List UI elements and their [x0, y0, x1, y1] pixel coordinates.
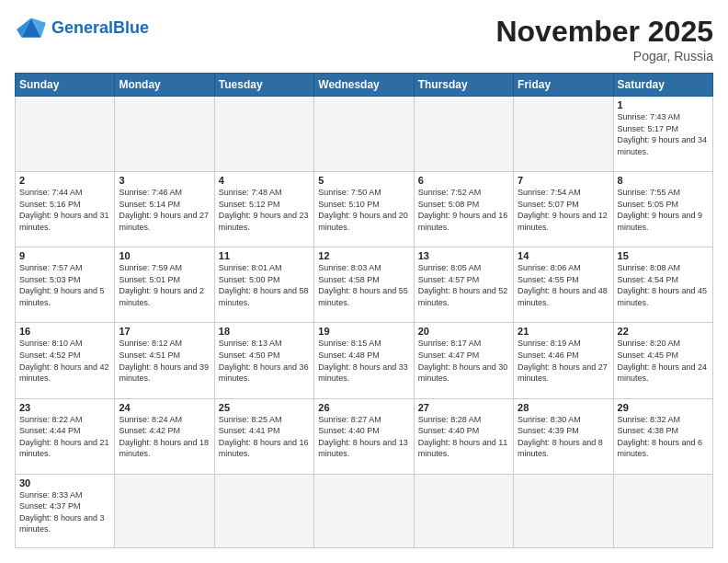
- day-2: 2 Sunrise: 7:44 AMSunset: 5:16 PMDayligh…: [16, 172, 115, 247]
- day-1: 1 Sunrise: 7:43 AM Sunset: 5:17 PM Dayli…: [613, 97, 712, 172]
- col-wednesday: Wednesday: [314, 74, 414, 97]
- sunset-label: Sunset:: [618, 124, 646, 133]
- week-row-3: 9 Sunrise: 7:57 AMSunset: 5:03 PMDayligh…: [16, 247, 713, 323]
- day-24: 24 Sunrise: 8:24 AMSunset: 4:42 PMDaylig…: [115, 398, 214, 474]
- week-row-1: 1 Sunrise: 7:43 AM Sunset: 5:17 PM Dayli…: [16, 97, 713, 172]
- day-25: 25 Sunrise: 8:25 AMSunset: 4:41 PMDaylig…: [214, 398, 313, 474]
- logo-icon: [15, 15, 48, 42]
- day-13: 13 Sunrise: 8:05 AMSunset: 4:57 PMDaylig…: [414, 247, 513, 323]
- month-title: November 2025: [495, 15, 713, 49]
- empty-cell: [314, 474, 414, 547]
- day-30: 30 Sunrise: 8:33 AMSunset: 4:37 PMDaylig…: [16, 474, 115, 547]
- col-sunday: Sunday: [16, 74, 115, 97]
- logo: GeneralBlue: [15, 15, 149, 42]
- day-5: 5 Sunrise: 7:50 AMSunset: 5:10 PMDayligh…: [314, 172, 414, 247]
- week-row-2: 2 Sunrise: 7:44 AMSunset: 5:16 PMDayligh…: [16, 172, 713, 247]
- empty-cell: [214, 97, 313, 172]
- calendar-table: Sunday Monday Tuesday Wednesday Thursday…: [15, 73, 713, 548]
- day-20: 20 Sunrise: 8:17 AMSunset: 4:47 PMDaylig…: [414, 323, 513, 398]
- day-26: 26 Sunrise: 8:27 AMSunset: 4:40 PMDaylig…: [314, 398, 414, 474]
- empty-cell: [314, 97, 414, 172]
- empty-cell: [115, 474, 214, 547]
- week-row-6: 30 Sunrise: 8:33 AMSunset: 4:37 PMDaylig…: [16, 474, 713, 547]
- col-saturday: Saturday: [613, 74, 712, 97]
- col-monday: Monday: [115, 74, 214, 97]
- day-15: 15 Sunrise: 8:08 AMSunset: 4:54 PMDaylig…: [613, 247, 712, 323]
- day-10: 10 Sunrise: 7:59 AMSunset: 5:01 PMDaylig…: [115, 247, 214, 323]
- day-num-1: 1: [618, 99, 709, 110]
- logo-text: GeneralBlue: [51, 19, 149, 38]
- location: Pogar, Russia: [495, 49, 713, 63]
- day-14: 14 Sunrise: 8:06 AMSunset: 4:55 PMDaylig…: [514, 247, 613, 323]
- day-3: 3 Sunrise: 7:46 AMSunset: 5:14 PMDayligh…: [115, 172, 214, 247]
- day-21: 21 Sunrise: 8:19 AMSunset: 4:46 PMDaylig…: [514, 323, 613, 398]
- col-tuesday: Tuesday: [214, 74, 313, 97]
- day-7: 7 Sunrise: 7:54 AMSunset: 5:07 PMDayligh…: [514, 172, 613, 247]
- day-17: 17 Sunrise: 8:12 AMSunset: 4:51 PMDaylig…: [115, 323, 214, 398]
- weekday-header-row: Sunday Monday Tuesday Wednesday Thursday…: [16, 74, 713, 97]
- week-row-5: 23 Sunrise: 8:22 AMSunset: 4:44 PMDaylig…: [16, 398, 713, 474]
- day-9: 9 Sunrise: 7:57 AMSunset: 5:03 PMDayligh…: [16, 247, 115, 323]
- col-thursday: Thursday: [414, 74, 513, 97]
- day-16: 16 Sunrise: 8:10 AMSunset: 4:52 PMDaylig…: [16, 323, 115, 398]
- day-6: 6 Sunrise: 7:52 AMSunset: 5:08 PMDayligh…: [414, 172, 513, 247]
- empty-cell: [514, 474, 613, 547]
- daylight-label: Daylight:: [618, 135, 650, 144]
- empty-cell: [514, 97, 613, 172]
- day-27: 27 Sunrise: 8:28 AMSunset: 4:40 PMDaylig…: [414, 398, 513, 474]
- day-8: 8 Sunrise: 7:55 AMSunset: 5:05 PMDayligh…: [613, 172, 712, 247]
- col-friday: Friday: [514, 74, 613, 97]
- empty-cell: [414, 474, 513, 547]
- day-info-1: Sunrise: 7:43 AM Sunset: 5:17 PM Dayligh…: [618, 111, 709, 157]
- logo-general: General: [51, 18, 113, 37]
- day-18: 18 Sunrise: 8:13 AMSunset: 4:50 PMDaylig…: [214, 323, 313, 398]
- day-4: 4 Sunrise: 7:48 AMSunset: 5:12 PMDayligh…: [214, 172, 313, 247]
- empty-cell: [115, 97, 214, 172]
- empty-cell: [613, 474, 712, 547]
- logo-blue: Blue: [113, 18, 149, 37]
- header: GeneralBlue November 2025 Pogar, Russia: [15, 15, 713, 63]
- day-11: 11 Sunrise: 8:01 AMSunset: 5:00 PMDaylig…: [214, 247, 313, 323]
- sunrise-label: Sunrise:: [618, 112, 648, 121]
- empty-cell: [16, 97, 115, 172]
- day-28: 28 Sunrise: 8:30 AMSunset: 4:39 PMDaylig…: [514, 398, 613, 474]
- day-19: 19 Sunrise: 8:15 AMSunset: 4:48 PMDaylig…: [314, 323, 414, 398]
- page: GeneralBlue November 2025 Pogar, Russia …: [0, 0, 728, 563]
- day-23: 23 Sunrise: 8:22 AMSunset: 4:44 PMDaylig…: [16, 398, 115, 474]
- empty-cell: [214, 474, 313, 547]
- week-row-4: 16 Sunrise: 8:10 AMSunset: 4:52 PMDaylig…: [16, 323, 713, 398]
- day-12: 12 Sunrise: 8:03 AMSunset: 4:58 PMDaylig…: [314, 247, 414, 323]
- day-29: 29 Sunrise: 8:32 AMSunset: 4:38 PMDaylig…: [613, 398, 712, 474]
- title-block: November 2025 Pogar, Russia: [495, 15, 713, 63]
- day-22: 22 Sunrise: 8:20 AMSunset: 4:45 PMDaylig…: [613, 323, 712, 398]
- empty-cell: [414, 97, 513, 172]
